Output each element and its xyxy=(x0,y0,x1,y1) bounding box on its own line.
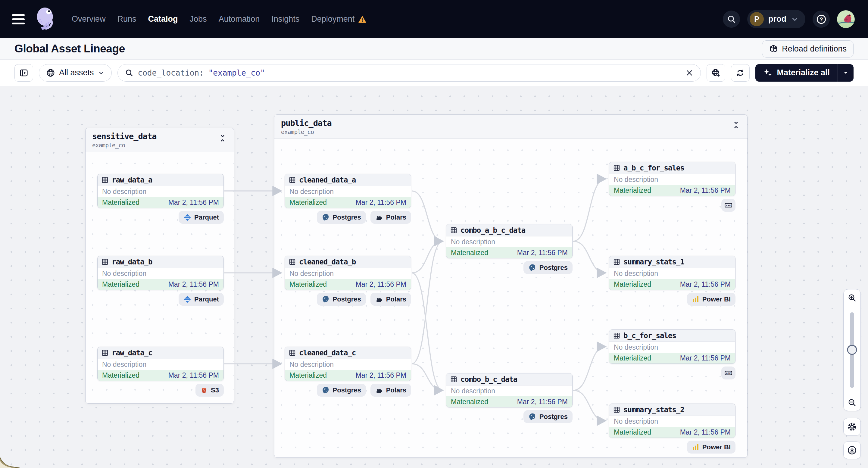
materialized-timestamp: Mar 2, 11:56 PM xyxy=(680,428,731,436)
download-image-button[interactable] xyxy=(843,441,861,459)
asset-node-header: a_b_c_for_sales xyxy=(609,162,735,174)
nav-item-runs[interactable]: Runs xyxy=(118,14,136,24)
asset-node-header: cleaned_data_b xyxy=(285,256,411,268)
zoom-slider[interactable] xyxy=(844,306,861,394)
polars-badge[interactable]: Polars xyxy=(370,293,411,306)
asset-badges: S3 xyxy=(97,384,224,397)
nav-item-overview[interactable]: Overview xyxy=(72,14,106,24)
nav-item-jobs[interactable]: Jobs xyxy=(190,14,207,24)
materialized-timestamp: Mar 2, 11:56 PM xyxy=(356,198,406,207)
asset-node-header: combo_b_c_data xyxy=(446,373,572,385)
csv-icon: csv xyxy=(724,201,733,209)
help-button[interactable]: ? xyxy=(813,10,830,28)
polars-badge[interactable]: Polars xyxy=(370,211,411,224)
asset-status-row: MaterializedMar 2, 11:56 PM xyxy=(285,279,411,290)
globe-plus-icon xyxy=(711,68,720,77)
nav-item-deployment[interactable]: Deployment xyxy=(311,14,367,24)
nav-item-label: Deployment xyxy=(311,14,354,24)
postgres-badge[interactable]: Postgres xyxy=(317,211,366,224)
badge-label: Polars xyxy=(386,295,406,303)
parquet-badge[interactable]: Parquet xyxy=(179,211,224,224)
asset-node-summary_stats_2[interactable]: summary_stats_2No descriptionMaterialize… xyxy=(609,404,736,438)
collapse-group-button[interactable] xyxy=(732,121,741,129)
zoom-in-button[interactable] xyxy=(844,289,861,306)
materialize-all-button[interactable]: Materialize all xyxy=(755,64,854,82)
asset-node-raw_data_b[interactable]: raw_data_bNo descriptionMaterializedMar … xyxy=(97,256,224,290)
materialized-status: Materialized xyxy=(289,280,327,288)
user-avatar[interactable] xyxy=(837,10,855,28)
postgres-badge[interactable]: Postgres xyxy=(523,261,572,274)
group-titles: sensitive_dataexample_co xyxy=(92,132,157,149)
asset-node-raw_data_c[interactable]: raw_data_cNo descriptionMaterializedMar … xyxy=(97,347,224,381)
asset-node-cleaned_data_c[interactable]: cleaned_data_cNo descriptionMaterialized… xyxy=(285,347,411,381)
asset-node-summary_stats_1[interactable]: summary_stats_1No descriptionMaterialize… xyxy=(609,256,736,290)
power-bi-badge[interactable]: Power BI xyxy=(687,293,736,306)
search-query-value: "example_co" xyxy=(209,68,265,77)
materialized-timestamp: Mar 2, 11:56 PM xyxy=(168,198,219,207)
dagster-logo-icon[interactable] xyxy=(34,5,58,33)
asset-node-combo_a_b_c_data[interactable]: combo_a_b_c_dataNo descriptionMaterializ… xyxy=(446,224,572,258)
asset-node-raw_data_a[interactable]: raw_data_aNo descriptionMaterializedMar … xyxy=(97,174,224,208)
s3-badge[interactable]: S3 xyxy=(195,384,224,397)
filter-code-location-button[interactable] xyxy=(707,64,725,82)
zoom-out-button[interactable] xyxy=(844,394,861,411)
lineage-canvas[interactable]: sensitive_dataexample_copublic_dataexamp… xyxy=(0,86,868,468)
asset-description: No description xyxy=(98,186,223,197)
asset-status-row: MaterializedMar 2, 11:56 PM xyxy=(609,279,735,290)
csv-badge[interactable]: csv xyxy=(721,199,736,212)
asset-node-cleaned_data_b[interactable]: cleaned_data_bNo descriptionMaterialized… xyxy=(285,256,411,290)
asset-status-row: MaterializedMar 2, 11:56 PM xyxy=(285,197,411,208)
asset-description: No description xyxy=(609,174,735,185)
parquet-badge[interactable]: Parquet xyxy=(179,293,224,306)
graph-settings-button[interactable] xyxy=(843,418,861,435)
asset-status-row: MaterializedMar 2, 11:56 PM xyxy=(609,427,735,438)
asset-badges: PostgresPolars xyxy=(285,293,411,306)
nav-item-insights[interactable]: Insights xyxy=(271,14,299,24)
asset-node-a_b_c_for_sales[interactable]: a_b_c_for_salesNo descriptionMaterialize… xyxy=(609,162,736,196)
table-icon xyxy=(101,349,108,356)
reload-definitions-button[interactable]: Reload definitions xyxy=(762,40,854,58)
svg-text:?: ? xyxy=(819,16,823,22)
asset-badges: Postgres xyxy=(446,410,572,423)
power-bi-badge[interactable]: Power BI xyxy=(687,441,736,454)
asset-search-input[interactable]: code_location:"example_co" xyxy=(118,64,701,82)
polars-badge[interactable]: Polars xyxy=(370,384,411,397)
asset-scope-dropdown[interactable]: All assets xyxy=(39,64,112,82)
refresh-icon xyxy=(736,68,745,77)
table-icon xyxy=(450,376,457,383)
nav-item-label: Catalog xyxy=(148,14,178,24)
nav-item-catalog[interactable]: Catalog xyxy=(148,14,178,24)
asset-description: No description xyxy=(446,237,572,247)
clear-search-button[interactable] xyxy=(685,69,693,77)
csv-badge[interactable]: csv xyxy=(721,367,736,379)
asset-node-combo_b_c_data[interactable]: combo_b_c_dataNo descriptionMaterialized… xyxy=(446,373,572,407)
postgres-badge[interactable]: Postgres xyxy=(317,293,366,306)
asset-scope-label: All assets xyxy=(59,68,94,77)
deployment-switcher[interactable]: P prod xyxy=(747,10,805,28)
materialize-all-label: Materialize all xyxy=(777,68,830,77)
asset-node-b_c_for_sales[interactable]: b_c_for_salesNo descriptionMaterializedM… xyxy=(609,330,736,364)
asset-node-header: combo_a_b_c_data xyxy=(446,224,572,237)
menu-icon[interactable] xyxy=(12,14,25,24)
postgres-badge[interactable]: Postgres xyxy=(523,410,572,423)
toggle-sidebar-button[interactable] xyxy=(14,64,33,82)
asset-node-cleaned_data_a[interactable]: cleaned_data_aNo descriptionMaterialized… xyxy=(285,174,411,208)
search-query-field: code_location: xyxy=(138,68,204,77)
materialize-options-button[interactable] xyxy=(838,64,854,82)
badge-label: Polars xyxy=(386,214,406,221)
zoom-slider-thumb[interactable] xyxy=(847,345,857,355)
refresh-button[interactable] xyxy=(731,64,750,82)
materialized-timestamp: Mar 2, 11:56 PM xyxy=(168,371,219,379)
collapse-group-button[interactable] xyxy=(218,134,227,143)
csv-icon: csv xyxy=(724,369,733,377)
global-search-button[interactable] xyxy=(723,10,740,28)
table-icon xyxy=(450,227,457,234)
asset-description: No description xyxy=(609,268,735,279)
postgres-badge[interactable]: Postgres xyxy=(317,384,366,397)
asset-status-row: MaterializedMar 2, 11:56 PM xyxy=(609,353,735,364)
table-icon xyxy=(613,164,620,171)
nav-item-automation[interactable]: Automation xyxy=(219,14,260,24)
zoom-in-icon xyxy=(847,293,857,302)
asset-badges: PostgresPolars xyxy=(285,211,411,224)
asset-description: No description xyxy=(98,268,223,279)
